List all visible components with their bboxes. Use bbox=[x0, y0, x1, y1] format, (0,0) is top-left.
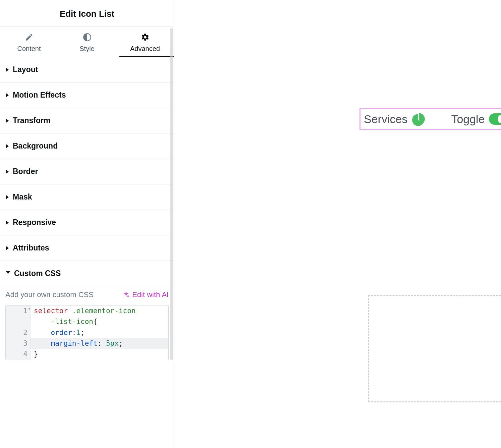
caret-right-icon bbox=[6, 170, 9, 174]
section-title: Motion Effects bbox=[13, 91, 66, 100]
section-motion-effects[interactable]: Motion Effects bbox=[0, 82, 174, 108]
preview-canvas: Services Toggle bbox=[174, 0, 501, 448]
panel-title: Edit Icon List bbox=[0, 0, 174, 26]
editor-sidebar: Edit Icon List Content Style Advanced La… bbox=[0, 0, 174, 448]
code-line[interactable]: 2 order:1; bbox=[6, 327, 168, 338]
section-title: Custom CSS bbox=[14, 269, 61, 278]
section-title: Background bbox=[13, 142, 58, 151]
tab-content[interactable]: Content bbox=[0, 27, 58, 57]
toggle-on-icon bbox=[489, 113, 501, 125]
section-custom-css[interactable]: Custom CSS bbox=[0, 261, 174, 286]
code-line[interactable]: -list-icon{ bbox=[6, 316, 168, 327]
contrast-icon bbox=[83, 33, 92, 42]
caret-right-icon bbox=[6, 221, 9, 225]
code-content[interactable]: } bbox=[31, 349, 168, 359]
line-number: 4 bbox=[6, 349, 31, 359]
empty-section-dropzone[interactable] bbox=[368, 295, 501, 402]
caret-right-icon bbox=[6, 119, 9, 123]
caret-right-icon bbox=[6, 246, 9, 250]
gear-icon bbox=[141, 33, 150, 42]
list-item-label: Services bbox=[364, 113, 407, 126]
caret-right-icon bbox=[6, 195, 9, 199]
custom-css-body: Add your own custom CSS Edit with AI 1se… bbox=[0, 286, 174, 367]
code-content[interactable]: order:1; bbox=[31, 327, 168, 338]
line-number: 3 bbox=[6, 338, 31, 349]
caret-right-icon bbox=[6, 144, 9, 148]
tab-advanced[interactable]: Advanced bbox=[116, 27, 174, 57]
code-line[interactable]: 3 margin-left: 5px; bbox=[6, 338, 168, 349]
list-item[interactable]: Toggle bbox=[451, 113, 501, 126]
tab-label: Advanced bbox=[130, 45, 160, 53]
tab-label: Content bbox=[17, 45, 41, 53]
scrollbar-thumb[interactable] bbox=[170, 28, 173, 360]
line-number bbox=[6, 316, 31, 327]
section-attributes[interactable]: Attributes bbox=[0, 235, 174, 261]
sparkles-icon bbox=[123, 291, 129, 298]
list-item-label: Toggle bbox=[451, 113, 485, 126]
edit-with-ai-button[interactable]: Edit with AI bbox=[123, 290, 169, 299]
section-title: Layout bbox=[13, 65, 38, 74]
tab-label: Style bbox=[79, 45, 94, 53]
section-title: Responsive bbox=[13, 218, 56, 227]
section-mask[interactable]: Mask bbox=[0, 184, 174, 210]
code-content[interactable]: -list-icon{ bbox=[31, 316, 168, 327]
section-layout[interactable]: Layout bbox=[0, 57, 174, 82]
line-number: 2 bbox=[6, 327, 31, 338]
section-background[interactable]: Background bbox=[0, 133, 174, 159]
code-line[interactable]: 1selector .elementor-icon bbox=[6, 305, 168, 316]
section-title: Border bbox=[13, 167, 38, 176]
code-content[interactable]: selector .elementor-icon bbox=[31, 305, 168, 316]
section-border[interactable]: Border bbox=[0, 159, 174, 184]
custom-css-hint: Add your own custom CSS bbox=[5, 290, 94, 299]
caret-right-icon bbox=[6, 68, 9, 72]
line-number: 1 bbox=[6, 305, 31, 316]
code-content[interactable]: margin-left: 5px; bbox=[31, 338, 168, 349]
caret-right-icon bbox=[6, 93, 9, 97]
section-title: Mask bbox=[13, 192, 32, 202]
pie-chart-icon bbox=[411, 112, 426, 126]
panel-tabs: Content Style Advanced bbox=[0, 26, 174, 57]
section-title: Attributes bbox=[13, 243, 49, 253]
edit-with-ai-label: Edit with AI bbox=[132, 290, 169, 299]
section-title: Transform bbox=[13, 116, 50, 125]
tab-style[interactable]: Style bbox=[58, 27, 116, 57]
list-item[interactable]: Services bbox=[364, 112, 426, 126]
icon-list-widget[interactable]: Services Toggle bbox=[359, 108, 501, 130]
sections-list: Layout Motion Effects Transform Backgrou… bbox=[0, 57, 174, 367]
caret-down-icon bbox=[6, 271, 10, 276]
code-line[interactable]: 4} bbox=[6, 349, 168, 359]
section-responsive[interactable]: Responsive bbox=[0, 210, 174, 235]
pencil-icon bbox=[25, 33, 34, 42]
sidebar-scrollbar[interactable] bbox=[169, 28, 174, 448]
css-editor[interactable]: 1selector .elementor-icon -list-icon{2 o… bbox=[5, 305, 169, 360]
section-transform[interactable]: Transform bbox=[0, 108, 174, 133]
